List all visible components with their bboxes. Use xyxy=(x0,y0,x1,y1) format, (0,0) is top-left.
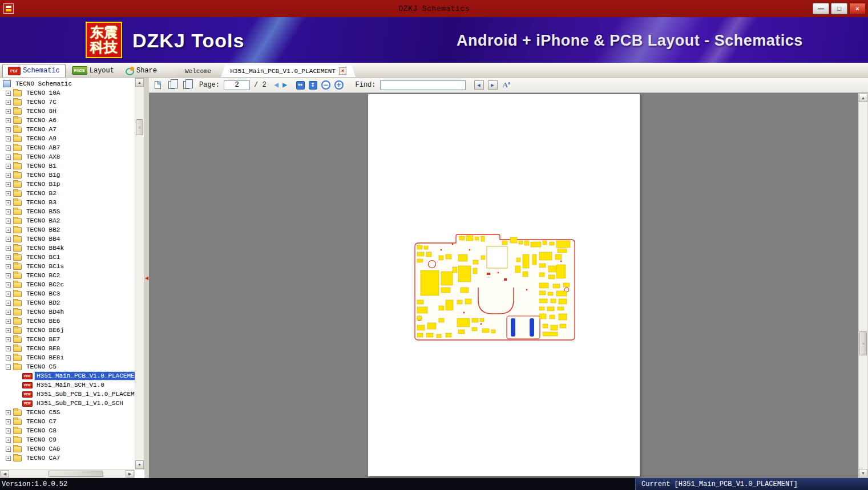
scroll-down-button[interactable]: ▼ xyxy=(135,460,144,469)
fit-page-button[interactable]: ↕ xyxy=(309,81,317,90)
snapshot-icon[interactable] xyxy=(155,81,161,89)
page-number-input[interactable] xyxy=(224,80,250,90)
tree-item-folder[interactable]: +TECNO B1g xyxy=(2,171,135,180)
expander-icon[interactable]: + xyxy=(6,419,11,424)
scrollbar-thumb[interactable] xyxy=(49,471,103,477)
tree-item-folder[interactable]: +TECNO BC2c xyxy=(2,280,135,289)
tree-item-folder[interactable]: +TECNO BB4 xyxy=(2,234,135,244)
fit-width-button[interactable]: ↔ xyxy=(296,81,305,90)
tree-item-folder[interactable]: +TECNO B2 xyxy=(2,189,135,198)
tree-item-pdf[interactable]: PDFH351_Sub_PCB_1_V1.0_PLACEMENT xyxy=(2,390,135,399)
tree-item-folder[interactable]: +TECNO BA2 xyxy=(2,216,135,225)
tree-horizontal-scrollbar[interactable]: ◀ ▶ xyxy=(0,469,135,478)
expander-icon[interactable]: + xyxy=(6,337,11,342)
tree-item-folder[interactable]: +TECNO BE8 xyxy=(2,344,135,353)
expander-icon[interactable]: + xyxy=(6,447,11,452)
tree-item-folder[interactable]: -TECNO C5 xyxy=(2,362,135,371)
find-input[interactable] xyxy=(380,80,466,90)
tree-item-folder[interactable]: +TECNO C8 xyxy=(2,426,135,435)
expander-icon[interactable]: + xyxy=(6,255,11,260)
tree-item-folder[interactable]: +TECNO BC2 xyxy=(2,271,135,280)
tree-item-folder[interactable]: +TECNO A7 xyxy=(2,125,135,134)
expander-icon[interactable]: + xyxy=(6,328,11,333)
expander-icon[interactable]: + xyxy=(6,456,11,461)
tree-item-folder[interactable]: +TECNO C5S xyxy=(2,408,135,417)
pdf-viewer[interactable] xyxy=(149,93,858,478)
tree-item-folder[interactable]: +TECNO A6 xyxy=(2,116,135,125)
expander-icon[interactable]: + xyxy=(6,136,11,141)
tree-item-folder[interactable]: +TECNO AB7 xyxy=(2,143,135,152)
tab-schematic[interactable]: PDF Schematic xyxy=(2,64,66,77)
find-next-button[interactable]: ▶ xyxy=(488,80,498,90)
tree-item-folder[interactable]: +TECNO B1 xyxy=(2,161,135,171)
tree-item-folder[interactable]: +TECNO B5S xyxy=(2,207,135,216)
expander-icon[interactable]: + xyxy=(6,438,11,443)
tree-item-folder[interactable]: +TECNO BD4h xyxy=(2,307,135,317)
tree-item-folder[interactable]: +TECNO 10A xyxy=(2,88,135,98)
expander-icon[interactable]: + xyxy=(6,118,11,123)
tree-item-folder[interactable]: +TECNO AX8 xyxy=(2,152,135,161)
expander-icon[interactable]: - xyxy=(6,365,11,370)
close-button[interactable]: × xyxy=(849,3,866,14)
expander-icon[interactable]: + xyxy=(6,182,11,187)
expander-icon[interactable]: + xyxy=(6,209,11,214)
expander-icon[interactable]: + xyxy=(6,237,11,242)
expander-icon[interactable]: + xyxy=(6,310,11,315)
expander-icon[interactable]: + xyxy=(6,109,11,114)
scroll-up-button[interactable]: ▲ xyxy=(135,78,144,87)
tree-item-folder[interactable]: +TECNO BC3 xyxy=(2,289,135,298)
tab-layout[interactable]: PADS Layout xyxy=(67,64,119,77)
tree-item-folder[interactable]: +TECNO CA6 xyxy=(2,444,135,453)
expander-icon[interactable]: + xyxy=(6,410,11,415)
scrollbar-thumb[interactable]: ≡ xyxy=(136,119,143,135)
tree-root[interactable]: TECNO Schematic xyxy=(2,79,135,88)
expander-icon[interactable]: + xyxy=(6,145,11,151)
next-page-button[interactable]: ▶ xyxy=(282,81,287,89)
tree-item-folder[interactable]: +TECNO BD2 xyxy=(2,298,135,307)
tree-item-folder[interactable]: +TECNO 7C xyxy=(2,98,135,107)
scrollbar-thumb[interactable]: ≡ xyxy=(859,331,867,355)
expander-icon[interactable]: + xyxy=(6,346,11,351)
tree-item-folder[interactable]: +TECNO CA7 xyxy=(2,453,135,463)
tree-item-folder[interactable]: +TECNO C7 xyxy=(2,417,135,426)
copy-page-icon[interactable] xyxy=(168,81,175,89)
zoom-in-button[interactable]: + xyxy=(334,80,344,90)
tree-item-folder[interactable]: +TECNO BC1 xyxy=(2,253,135,262)
tree-item-folder[interactable]: +TECNO BE6 xyxy=(2,317,135,326)
expander-icon[interactable]: + xyxy=(6,100,11,105)
tree-item-folder[interactable]: +TECNO BE6j xyxy=(2,326,135,335)
tree-item-folder[interactable]: +TECNO A9 xyxy=(2,134,135,143)
expander-icon[interactable]: + xyxy=(6,355,11,361)
scroll-left-button[interactable]: ◀ xyxy=(1,470,9,477)
expander-icon[interactable]: + xyxy=(6,291,11,297)
expander-icon[interactable]: + xyxy=(6,301,11,306)
previous-page-button[interactable]: ◀ xyxy=(274,81,278,89)
expander-icon[interactable]: + xyxy=(6,173,11,178)
tree-vertical-scrollbar[interactable]: ▲ ≡ ▼ xyxy=(135,78,144,469)
expander-icon[interactable]: + xyxy=(6,246,11,251)
panel-splitter[interactable]: ◀ xyxy=(144,78,149,478)
expander-icon[interactable]: + xyxy=(6,428,11,434)
expander-icon[interactable]: + xyxy=(6,164,11,169)
text-size-button[interactable]: Aa xyxy=(503,80,510,90)
expander-icon[interactable]: + xyxy=(6,191,11,196)
expander-icon[interactable]: + xyxy=(6,200,11,205)
tree-item-pdf[interactable]: PDFH351_Sub_PCB_1_V1.0_SCH xyxy=(2,399,135,408)
viewer-vertical-scrollbar[interactable]: ▲ ≡ ▼ xyxy=(858,93,868,478)
expander-icon[interactable]: + xyxy=(6,127,11,132)
expander-icon[interactable]: + xyxy=(6,228,11,233)
scroll-right-button[interactable]: ▶ xyxy=(126,470,134,477)
doc-tab-placement[interactable]: H351_Main_PCB_V1.0_PLACEMENT × xyxy=(221,65,356,77)
doc-tab-close-icon[interactable]: × xyxy=(339,67,346,75)
expander-icon[interactable]: + xyxy=(6,91,11,96)
tree-item-folder[interactable]: +TECNO B3 xyxy=(2,198,135,207)
expander-icon[interactable]: + xyxy=(6,282,11,287)
scroll-up-button[interactable]: ▲ xyxy=(859,94,867,102)
pages-icon[interactable] xyxy=(183,81,189,89)
expander-icon[interactable]: + xyxy=(6,264,11,269)
tree-item-pdf[interactable]: PDFH351_Main_SCH_V1.0 xyxy=(2,380,135,390)
tree-item-folder[interactable]: +TECNO C9 xyxy=(2,435,135,444)
expander-icon[interactable]: + xyxy=(6,155,11,160)
scroll-down-button[interactable]: ▼ xyxy=(859,469,867,477)
tree-item-folder[interactable]: +TECNO BB4k xyxy=(2,244,135,253)
